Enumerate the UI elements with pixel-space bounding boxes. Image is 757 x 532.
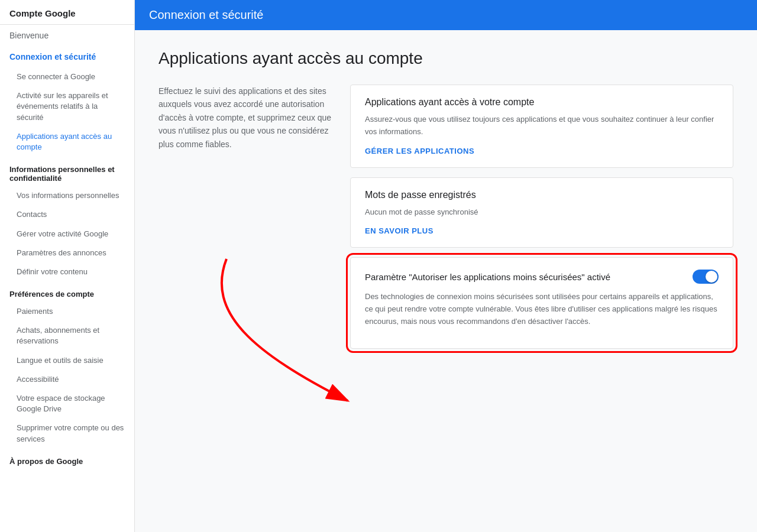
header-title: Connexion et sécurité xyxy=(149,8,263,21)
content-grid: Effectuez le suivi des applications et d… xyxy=(158,85,733,349)
sidebar-item-contenu[interactable]: Définir votre contenu xyxy=(0,262,134,281)
sidebar-item-contacts[interactable]: Contacts xyxy=(0,205,134,224)
sidebar-item-connexion[interactable]: Connexion et sécurité xyxy=(0,46,134,67)
page-header: Connexion et sécurité xyxy=(135,0,757,30)
sidebar-item-paiements[interactable]: Paiements xyxy=(0,302,134,321)
card-less-secure-apps: Paramètre "Autoriser les applications mo… xyxy=(350,257,733,348)
sidebar-section-info-perso: Informations personnelles et confidentia… xyxy=(0,157,134,186)
sidebar-item-accessibilite[interactable]: Accessibilité xyxy=(0,370,134,389)
card-apps-access: Applications ayant accès à votre compte … xyxy=(350,85,733,168)
sidebar-item-stockage[interactable]: Votre espace de stockage Google Drive xyxy=(0,389,134,419)
sidebar-item-activite-google[interactable]: Gérer votre activité Google xyxy=(0,225,134,244)
sidebar-section-preferences: Préférences de compte xyxy=(0,281,134,302)
sidebar-subitem-activite[interactable]: Activité sur les appareils et événements… xyxy=(0,86,134,127)
sidebar-item-supprimer[interactable]: Supprimer votre compte ou des services xyxy=(0,419,134,448)
cards-column: Applications ayant accès à votre compte … xyxy=(350,85,733,349)
sidebar-subitem-se-connecter[interactable]: Se connecter à Google xyxy=(0,67,134,86)
content-area: Applications ayant accès au compte Effec… xyxy=(135,30,757,532)
sidebar-section-about: À propos de Google xyxy=(0,449,134,469)
toggle-row: Paramètre "Autoriser les applications mo… xyxy=(365,270,719,284)
sidebar-subitem-applications[interactable]: Applications ayant accès au compte xyxy=(0,127,134,157)
sidebar-title: Compte Google xyxy=(0,0,134,25)
main-content: Connexion et sécurité Applications ayant… xyxy=(135,0,757,532)
page-title: Applications ayant accès au compte xyxy=(158,49,733,68)
toggle-card-desc: Des technologies de connexion moins sécu… xyxy=(365,291,719,327)
page-description: Effectuez le suivi des applications et d… xyxy=(158,85,336,349)
gerer-applications-link[interactable]: GÉRER LES APPLICATIONS xyxy=(365,147,719,155)
toggle-card-title: Paramètre "Autoriser les applications mo… xyxy=(365,272,683,282)
card-passwords-desc: Aucun mot de passe synchronisé xyxy=(365,206,719,219)
sidebar-item-achats[interactable]: Achats, abonnements et réservations xyxy=(0,321,134,351)
less-secure-apps-toggle[interactable] xyxy=(693,270,719,284)
en-savoir-plus-link[interactable]: EN SAVOIR PLUS xyxy=(365,226,719,235)
card-apps-desc: Assurez-vous que vous utilisez toujours … xyxy=(365,113,719,138)
sidebar-item-bienvenue[interactable]: Bienvenue xyxy=(0,25,134,46)
sidebar-item-langue[interactable]: Langue et outils de saisie xyxy=(0,351,134,370)
sidebar-item-annonces[interactable]: Paramètres des annonces xyxy=(0,244,134,262)
sidebar: Compte Google Bienvenue Connexion et séc… xyxy=(0,0,135,532)
card-apps-title: Applications ayant accès à votre compte xyxy=(365,97,719,108)
card-passwords-title: Mots de passe enregistrés xyxy=(365,190,719,200)
sidebar-item-vos-infos[interactable]: Vos informations personnelles xyxy=(0,186,134,205)
card-passwords: Mots de passe enregistrés Aucun mot de p… xyxy=(350,177,733,248)
